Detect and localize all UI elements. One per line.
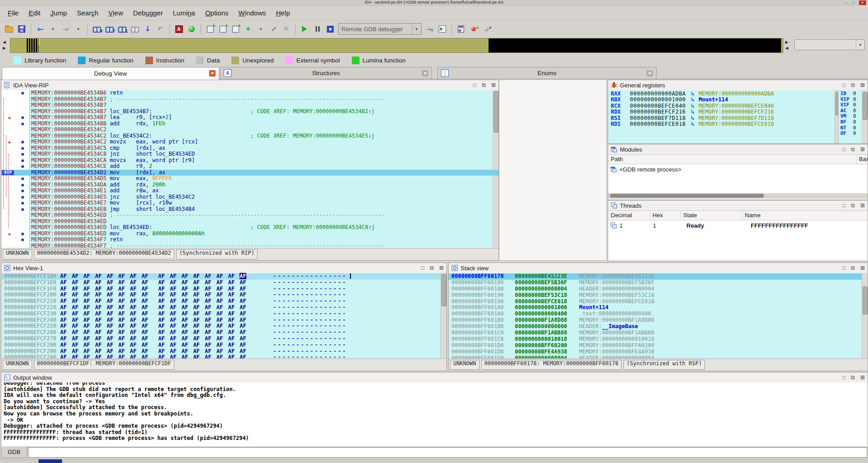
disasm-line[interactable]: ▶MEMORY:00000000BE4534C2 movzx eax, word… — [1, 139, 499, 145]
modules-titlebar[interactable]: Modules □ ⧉ ⊠ — [608, 144, 868, 155]
registers-list[interactable]: RAX000000000000ADBA↳MEMORY:000000000000A… — [608, 90, 835, 143]
disasm-line[interactable]: MEMORY:00000000BE4534C2 — [1, 127, 499, 133]
hex-row[interactable]: 00000000BEFCF1D0AF AF AF AF AF AF AF AF … — [1, 273, 441, 280]
disasm-line[interactable]: MEMORY:00000000BE4534C2 loc_BE4534C2: ; … — [1, 133, 499, 139]
breakpoint-dot-icon[interactable] — [21, 159, 24, 162]
tab-structures[interactable]: AStructures✕ — [220, 67, 432, 79]
stack-scrollbar[interactable] — [862, 273, 868, 361]
breakpoint-dot-icon[interactable] — [21, 202, 24, 205]
column-header-path[interactable]: Path — [611, 156, 623, 162]
lumina-button[interactable] — [186, 23, 197, 35]
panel-close-icon[interactable]: ⊠ — [860, 375, 865, 380]
menu-item-debugger[interactable]: Debugger — [128, 5, 168, 20]
debugger-select[interactable]: Remote GDB debugger ▼ — [338, 23, 422, 35]
disasm-line[interactable]: MEMORY:00000000BE4534CE add r9, 2 — [1, 163, 499, 170]
tab-debug-view[interactable]: Debug View✕ — [2, 67, 219, 80]
menu-item-file[interactable]: File — [3, 5, 24, 20]
command-input[interactable] — [28, 447, 867, 458]
panel-restore-icon[interactable]: □ — [842, 203, 845, 208]
panel-restore-icon[interactable]: □ — [421, 265, 424, 271]
disasm-line[interactable]: MEMORY:00000000BE4534B7 loc_BE4534B7: ; … — [1, 109, 499, 115]
flag-row[interactable]: VIF0 — [840, 102, 861, 108]
panel-float-icon[interactable]: ⧉ — [430, 265, 434, 271]
maximize-icon[interactable]: □ — [852, 0, 854, 5]
menu-item-jump[interactable]: Jump — [45, 5, 72, 20]
panel-close-icon[interactable]: ⊠ — [860, 82, 865, 88]
stack-row[interactable]: 00000000BFF601B000000000BF1A8D88MEMORY:0… — [449, 317, 862, 324]
panel-float-icon[interactable]: ⧉ — [851, 203, 855, 208]
back-history-dropdown[interactable]: ▼ — [47, 23, 59, 35]
band-zoom-select[interactable]: ▼ — [794, 39, 865, 50]
panel-float-icon[interactable]: ⧉ — [851, 147, 855, 152]
search-text-button[interactable]: T — [104, 23, 115, 35]
threads-titlebar[interactable]: Threads □ ⧉ ⊠ — [608, 200, 868, 211]
modules-hscrollbar[interactable] — [608, 193, 868, 199]
modules-header[interactable]: Path Base — [608, 155, 868, 164]
nav-right-arrow-icon[interactable]: ▶ — [785, 40, 788, 44]
panel-restore-icon[interactable]: □ — [842, 147, 845, 152]
run-to-cursor-button[interactable] — [436, 23, 448, 35]
stack-row[interactable]: 00000000BFF601D000000000BFF60200MEMORY:0… — [449, 343, 862, 349]
breakpoint-dot-icon[interactable] — [21, 153, 24, 156]
breakpoint-dot-icon[interactable] — [21, 184, 24, 186]
stack-row[interactable]: 00000000BFF6019000000000BEF53C18MEMORY:0… — [449, 292, 862, 299]
disasm-line[interactable]: MEMORY:00000000BE4534E5 jnz short loc_BE… — [1, 194, 499, 200]
forward-history-dropdown[interactable]: ▼ — [72, 23, 84, 35]
hex-row[interactable]: 00000000BEFCF210AF AF AF AF AF AF AF AF … — [1, 298, 441, 305]
ascii-button[interactable]: A — [173, 23, 185, 35]
hex-row[interactable]: 00000000BEFCF230AF AF AF AF AF AF AF AF … — [1, 311, 441, 317]
stack-row[interactable]: 00000000BFF6018000000000BEF5B36FMEMORY:0… — [449, 280, 862, 286]
register-row[interactable]: RBX0000000000001000↳Mount+114 — [611, 97, 835, 103]
panel-float-icon[interactable]: ⧉ — [851, 375, 855, 380]
navigate-forward-button[interactable]: → — [60, 23, 72, 35]
disasm-line[interactable]: MEMORY:00000000BE4534C5 cmp [rdx], ax — [1, 145, 499, 152]
output-titlebar[interactable]: Output window □ ⧉ ⊠ — [1, 372, 868, 383]
stack-row[interactable]: 00000000BFF601C80000000000010018MEMORY:0… — [449, 336, 862, 343]
tab-enums[interactable]: Enums✕ — [437, 67, 657, 79]
column-header-decimal[interactable]: Decimal — [611, 212, 632, 219]
breakpoint-list-button[interactable] — [455, 23, 467, 35]
menu-item-windows[interactable]: Windows — [234, 5, 271, 20]
disasm-line[interactable]: MEMORY:00000000BE4534BB add rdx, 1FEh — [1, 121, 499, 127]
tab-close-icon[interactable]: ✕ — [647, 70, 653, 76]
menu-item-search[interactable]: Search — [72, 5, 104, 20]
flags-list[interactable]: ID0VIP0VIF0AC0VM0RF0NT0OF0 — [838, 90, 861, 143]
hex-scrollbar[interactable] — [441, 273, 446, 361]
stack-row[interactable]: 00000000BFF601B80000000000000000HEADER:_… — [449, 324, 862, 330]
panel-float-icon[interactable]: ⧉ — [851, 265, 855, 271]
nav-left-arrow-icon[interactable]: ◀ — [3, 40, 6, 44]
edit-function-button[interactable] — [217, 23, 229, 35]
stop-process-button[interactable] — [324, 23, 336, 35]
stack-row[interactable]: 00000000BFF601A00000000000001000Mount+11… — [449, 305, 862, 311]
panel-close-icon[interactable]: ⊠ — [491, 82, 496, 88]
selected-byte[interactable]: AF — [240, 273, 246, 279]
jump-address-button[interactable]: ↓ — [142, 23, 153, 35]
disasm-line[interactable]: MEMORY:00000000BE4534ED loc_BE4534ED: ; … — [1, 224, 499, 231]
disasm-line[interactable]: MEMORY:00000000BE4534F7 retn — [1, 237, 499, 243]
breakpoint-dot-icon[interactable] — [21, 233, 24, 235]
breakpoint-dot-icon[interactable] — [21, 147, 24, 150]
disasm-line[interactable]: RIPMEMORY:00000000BE4534D2 mov [rdx], ax — [1, 170, 499, 176]
registers-titlebar[interactable]: General registers □ ⧉ ⊠ — [608, 80, 868, 91]
stack-row[interactable]: 00000000BFF601A80000000000000400.text:00… — [449, 311, 862, 317]
undo-button[interactable]: ↶ — [154, 23, 166, 35]
breakpoint-dot-icon[interactable] — [21, 239, 24, 241]
add-breakpoint-button[interactable] — [468, 23, 480, 35]
search-names-button[interactable]: # — [91, 23, 103, 35]
panel-float-icon[interactable]: ⧉ — [851, 82, 855, 88]
column-header-hex[interactable]: Hex — [652, 212, 663, 219]
disasm-line[interactable]: MEMORY:00000000BE4534F7 ; --------------… — [1, 243, 499, 249]
panel-float-icon[interactable]: ⧉ — [482, 82, 486, 88]
stack-row[interactable]: 00000000BFF6019800000000BEFCE018MEMORY:0… — [449, 299, 862, 305]
close-icon[interactable]: ✕ — [859, 0, 866, 5]
hex-row[interactable]: 00000000BEFCF220AF AF AF AF AF AF AF AF … — [1, 305, 441, 311]
disassembly-view[interactable]: MEMORY:00000000BE4534B6 retnMEMORY:00000… — [1, 90, 499, 250]
panel-close-icon[interactable]: ⊠ — [860, 203, 865, 208]
threads-header[interactable]: Decimal Hex State Name — [608, 211, 868, 220]
disasm-line[interactable]: MEMORY:00000000BE4534B6 retn — [1, 90, 499, 96]
stack-row[interactable]: 00000000BFF601C000000000BF1ABB88MEMORY:0… — [449, 330, 862, 336]
create-function-button[interactable] — [204, 23, 216, 35]
flag-row[interactable]: ID0 — [840, 91, 861, 97]
continue-process-button[interactable] — [299, 23, 311, 35]
ida-view-titlebar[interactable]: IDA View-RIP □ ⧉ ⊠ — [1, 80, 499, 91]
